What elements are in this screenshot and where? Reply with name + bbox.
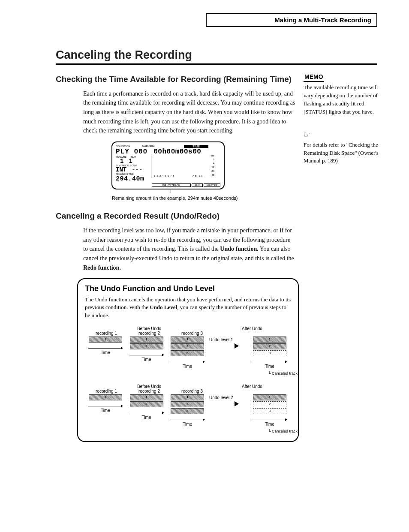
lcd-figure: CONDITION MARKER# TIME PLY 000 00h00m00s… [111, 141, 296, 193]
lcd-scale: 12 [211, 165, 214, 169]
track-block: 3 [171, 350, 204, 356]
section-body-undo-redo: If the recording level was too low, if y… [83, 226, 296, 272]
pointer-icon: ☞ [304, 129, 310, 140]
track-block: 1 [171, 337, 204, 343]
time-label: Time [183, 364, 192, 369]
time-label: Time [183, 422, 192, 427]
track-block: 2 [171, 401, 204, 407]
lcd-label-condition: CONDITION [116, 145, 130, 148]
play-icon [235, 401, 239, 406]
lcd-box-input-track: INPUT/ TRACK [152, 183, 191, 187]
lcd-caption: Remaining amount (in the example, 294min… [112, 195, 296, 201]
lcd-scale: 4 [211, 162, 214, 165]
diagram-label: Before Undo [128, 384, 171, 389]
page-title: Canceling the Recording [56, 48, 377, 65]
track-block: 2 [130, 343, 163, 349]
undo-diagram-level2: Before Undo After Undo recording 1 recor… [85, 384, 291, 433]
lcd-label-marker: MARKER# [142, 145, 155, 148]
track-block: 1 [89, 394, 122, 400]
track-block: 1 [130, 394, 163, 400]
track-block: 2 [171, 343, 204, 349]
sidebar: MEMO The available recording time will v… [304, 72, 380, 178]
diagram-label: After Undo [214, 384, 274, 389]
lcd-ply: PLY 000 [116, 148, 147, 156]
track-block: 1 [130, 337, 163, 343]
undo-function-box: The Undo Function and Undo Level The Und… [77, 278, 299, 442]
lcd-scale: -dB [211, 154, 214, 158]
diagram-label: recording 3 [171, 331, 214, 336]
diagram-label: recording 2 [128, 331, 171, 336]
lcd-scale: 0 [211, 158, 214, 162]
memo-text: The available recording time will vary d… [304, 84, 380, 116]
play-icon [235, 343, 239, 349]
undo-diagram-level1: Before Undo After Undo recording 1 recor… [85, 326, 291, 376]
diagram-label: recording 1 [85, 331, 128, 336]
time-label: Time [142, 357, 151, 362]
canceled-label: Canceled track [272, 371, 298, 376]
lcd-scale: 24 [211, 169, 214, 173]
time-label: Time [265, 422, 274, 427]
time-label: Time [142, 415, 151, 420]
lcd-beat: 1 [129, 158, 132, 164]
lcd-scene: --- [132, 167, 142, 173]
undo-box-text: The Undo function cancels the operation … [85, 296, 291, 319]
lcd-meter-right: AB LR [192, 174, 204, 177]
section-heading-remaining-time: Checking the Time Available for Recordin… [56, 74, 296, 85]
track-block-canceled: 3 [253, 350, 286, 356]
undo-box-title: The Undo Function and Undo Level [85, 284, 291, 293]
diagram-label: recording 3 [171, 389, 214, 394]
time-label: Time [265, 364, 274, 369]
memo-label: MEMO [304, 72, 324, 82]
chapter-header-box: Making a Multi-Track Recording [206, 13, 377, 27]
lcd-measure: 1 [120, 158, 123, 164]
lcd-meter-channels: 12345678 [154, 174, 176, 177]
diagram-label: Before Undo [128, 326, 171, 331]
lcd-remain: 294.40m [116, 175, 151, 183]
diagram-label: After Undo [214, 326, 274, 331]
track-block: 2 [130, 401, 163, 407]
track-block: 3 [171, 408, 204, 414]
lcd-scale: 48 [211, 173, 214, 177]
section-body-remaining-time: Each time a performance is recorded on a… [83, 89, 296, 135]
lcd-label-time: TIME [184, 145, 208, 148]
lcd-meters: -dB 0 4 12 24 48 12345678 AB LR [151, 156, 207, 178]
canceled-label: Canceled track [272, 429, 298, 433]
diagram-label: recording 2 [128, 389, 171, 394]
time-label: Time [101, 350, 110, 355]
track-block: 1 [89, 337, 122, 343]
track-block: 1 [171, 394, 204, 400]
lcd-time: 00h00m00s00 [153, 148, 201, 156]
time-label: Time [101, 408, 110, 413]
diagram-label: recording 1 [85, 389, 128, 394]
section-heading-undo-redo: Canceling a Recorded Result (Undo/Redo) [56, 211, 296, 222]
reference-text: For details refer to "Checking the Remai… [304, 141, 380, 165]
lcd-box-master: MASTER [204, 183, 220, 187]
track-block-canceled: 3 [253, 408, 286, 414]
lcd-sync: INT [116, 167, 126, 173]
lcd-box-aux: AUX [192, 183, 203, 187]
